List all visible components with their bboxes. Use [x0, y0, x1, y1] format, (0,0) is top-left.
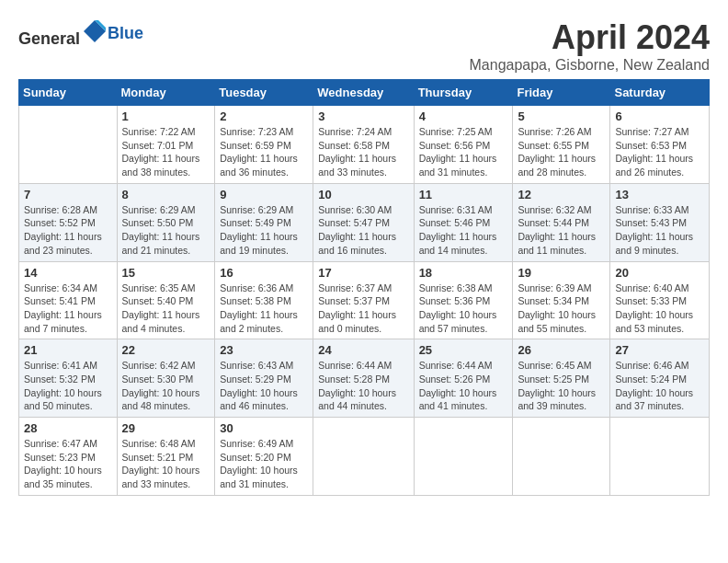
day-info: Sunrise: 6:29 AM Sunset: 5:50 PM Dayligh… — [122, 203, 210, 258]
month-title: April 2024 — [470, 18, 711, 57]
logo-general-text: General — [18, 29, 80, 48]
logo-blue-text: Blue — [108, 24, 143, 42]
day-info: Sunrise: 6:33 AM Sunset: 5:43 PM Dayligh… — [615, 203, 704, 258]
day-header-monday: Monday — [117, 80, 215, 106]
day-info: Sunrise: 6:32 AM Sunset: 5:44 PM Dayligh… — [518, 203, 605, 258]
day-info: Sunrise: 7:27 AM Sunset: 6:53 PM Dayligh… — [615, 125, 704, 179]
calendar-cell: 15Sunrise: 6:35 AM Sunset: 5:40 PM Dayli… — [117, 261, 215, 339]
calendar-table: SundayMondayTuesdayWednesdayThursdayFrid… — [18, 79, 710, 496]
day-number: 28 — [24, 421, 112, 435]
day-info: Sunrise: 6:29 AM Sunset: 5:49 PM Dayligh… — [220, 203, 308, 258]
day-info: Sunrise: 7:22 AM Sunset: 7:01 PM Dayligh… — [122, 125, 210, 179]
svg-marker-0 — [84, 20, 106, 42]
day-number: 1 — [122, 109, 210, 123]
day-number: 24 — [318, 343, 408, 357]
day-number: 10 — [318, 188, 408, 201]
day-number: 18 — [419, 266, 508, 280]
calendar-cell — [610, 418, 710, 496]
day-info: Sunrise: 6:43 AM Sunset: 5:29 PM Dayligh… — [220, 359, 308, 413]
day-info: Sunrise: 6:40 AM Sunset: 5:33 PM Dayligh… — [615, 282, 704, 336]
day-header-tuesday: Tuesday — [215, 80, 313, 106]
calendar-cell: 14Sunrise: 6:34 AM Sunset: 5:41 PM Dayli… — [19, 261, 118, 339]
day-number: 17 — [318, 266, 408, 280]
day-info: Sunrise: 6:46 AM Sunset: 5:24 PM Dayligh… — [615, 359, 704, 413]
day-info: Sunrise: 6:49 AM Sunset: 5:20 PM Dayligh… — [220, 437, 308, 491]
calendar-cell: 28Sunrise: 6:47 AM Sunset: 5:23 PM Dayli… — [19, 418, 118, 496]
day-info: Sunrise: 6:42 AM Sunset: 5:30 PM Dayligh… — [122, 359, 210, 413]
calendar-cell: 22Sunrise: 6:42 AM Sunset: 5:30 PM Dayli… — [117, 339, 215, 418]
title-block: April 2024 Mangapapa, Gisborne, New Zeal… — [470, 18, 711, 74]
day-number: 6 — [615, 109, 704, 123]
week-row-5: 28Sunrise: 6:47 AM Sunset: 5:23 PM Dayli… — [19, 418, 710, 496]
day-number: 2 — [220, 109, 308, 123]
day-info: Sunrise: 6:28 AM Sunset: 5:52 PM Dayligh… — [24, 203, 112, 258]
calendar-cell: 4Sunrise: 7:25 AM Sunset: 6:56 PM Daylig… — [414, 106, 513, 184]
calendar-cell: 20Sunrise: 6:40 AM Sunset: 5:33 PM Dayli… — [610, 261, 710, 339]
day-number: 20 — [615, 266, 704, 280]
day-number: 13 — [615, 188, 704, 201]
day-number: 9 — [220, 188, 308, 201]
calendar-cell: 6Sunrise: 7:27 AM Sunset: 6:53 PM Daylig… — [610, 106, 710, 184]
calendar-cell: 18Sunrise: 6:38 AM Sunset: 5:36 PM Dayli… — [414, 261, 513, 339]
calendar-cell: 10Sunrise: 6:30 AM Sunset: 5:47 PM Dayli… — [313, 183, 414, 261]
day-number: 8 — [122, 188, 210, 201]
day-info: Sunrise: 6:36 AM Sunset: 5:38 PM Dayligh… — [220, 282, 308, 336]
day-header-thursday: Thursday — [414, 80, 513, 106]
calendar-cell: 19Sunrise: 6:39 AM Sunset: 5:34 PM Dayli… — [513, 261, 610, 339]
day-info: Sunrise: 6:31 AM Sunset: 5:46 PM Dayligh… — [419, 203, 508, 258]
day-number: 14 — [24, 266, 112, 280]
calendar-cell: 7Sunrise: 6:28 AM Sunset: 5:52 PM Daylig… — [19, 183, 118, 261]
day-info: Sunrise: 6:44 AM Sunset: 5:28 PM Dayligh… — [318, 359, 408, 413]
day-info: Sunrise: 6:34 AM Sunset: 5:41 PM Dayligh… — [24, 282, 112, 336]
day-number: 15 — [122, 266, 210, 280]
logo: General Blue — [18, 18, 143, 49]
calendar-cell: 23Sunrise: 6:43 AM Sunset: 5:29 PM Dayli… — [215, 339, 313, 418]
header-row: SundayMondayTuesdayWednesdayThursdayFrid… — [19, 80, 710, 106]
day-info: Sunrise: 6:38 AM Sunset: 5:36 PM Dayligh… — [419, 282, 508, 336]
day-info: Sunrise: 7:26 AM Sunset: 6:55 PM Dayligh… — [518, 125, 605, 179]
calendar-cell: 29Sunrise: 6:48 AM Sunset: 5:21 PM Dayli… — [117, 418, 215, 496]
calendar-cell: 27Sunrise: 6:46 AM Sunset: 5:24 PM Dayli… — [610, 339, 710, 418]
week-row-1: 1Sunrise: 7:22 AM Sunset: 7:01 PM Daylig… — [19, 106, 710, 184]
calendar-cell — [513, 418, 610, 496]
day-info: Sunrise: 6:45 AM Sunset: 5:25 PM Dayligh… — [518, 359, 605, 413]
calendar-cell: 3Sunrise: 7:24 AM Sunset: 6:58 PM Daylig… — [313, 106, 414, 184]
day-info: Sunrise: 7:23 AM Sunset: 6:59 PM Dayligh… — [220, 125, 308, 179]
day-info: Sunrise: 7:25 AM Sunset: 6:56 PM Dayligh… — [419, 125, 508, 179]
calendar-cell: 24Sunrise: 6:44 AM Sunset: 5:28 PM Dayli… — [313, 339, 414, 418]
week-row-3: 14Sunrise: 6:34 AM Sunset: 5:41 PM Dayli… — [19, 261, 710, 339]
calendar-cell: 2Sunrise: 7:23 AM Sunset: 6:59 PM Daylig… — [215, 106, 313, 184]
day-info: Sunrise: 7:24 AM Sunset: 6:58 PM Dayligh… — [318, 125, 408, 179]
day-header-friday: Friday — [513, 80, 610, 106]
day-number: 19 — [518, 266, 605, 280]
day-number: 7 — [24, 188, 112, 201]
day-info: Sunrise: 6:39 AM Sunset: 5:34 PM Dayligh… — [518, 282, 605, 336]
day-number: 26 — [518, 343, 605, 357]
day-number: 29 — [122, 421, 210, 435]
location-title: Mangapapa, Gisborne, New Zealand — [470, 57, 711, 74]
calendar-cell: 11Sunrise: 6:31 AM Sunset: 5:46 PM Dayli… — [414, 183, 513, 261]
calendar-cell: 5Sunrise: 7:26 AM Sunset: 6:55 PM Daylig… — [513, 106, 610, 184]
day-info: Sunrise: 6:48 AM Sunset: 5:21 PM Dayligh… — [122, 437, 210, 491]
calendar-cell — [414, 418, 513, 496]
day-info: Sunrise: 6:47 AM Sunset: 5:23 PM Dayligh… — [24, 437, 112, 491]
calendar-cell: 16Sunrise: 6:36 AM Sunset: 5:38 PM Dayli… — [215, 261, 313, 339]
day-number: 23 — [220, 343, 308, 357]
week-row-2: 7Sunrise: 6:28 AM Sunset: 5:52 PM Daylig… — [19, 183, 710, 261]
calendar-cell: 25Sunrise: 6:44 AM Sunset: 5:26 PM Dayli… — [414, 339, 513, 418]
day-info: Sunrise: 6:35 AM Sunset: 5:40 PM Dayligh… — [122, 282, 210, 336]
day-number: 16 — [220, 266, 308, 280]
day-header-saturday: Saturday — [610, 80, 710, 106]
calendar-cell: 13Sunrise: 6:33 AM Sunset: 5:43 PM Dayli… — [610, 183, 710, 261]
day-number: 25 — [419, 343, 508, 357]
day-info: Sunrise: 6:44 AM Sunset: 5:26 PM Dayligh… — [419, 359, 508, 413]
day-number: 12 — [518, 188, 605, 201]
calendar-cell: 9Sunrise: 6:29 AM Sunset: 5:49 PM Daylig… — [215, 183, 313, 261]
day-info: Sunrise: 6:41 AM Sunset: 5:32 PM Dayligh… — [24, 359, 112, 413]
calendar-cell: 30Sunrise: 6:49 AM Sunset: 5:20 PM Dayli… — [215, 418, 313, 496]
day-number: 5 — [518, 109, 605, 123]
calendar-cell — [313, 418, 414, 496]
day-info: Sunrise: 6:37 AM Sunset: 5:37 PM Dayligh… — [318, 282, 408, 336]
day-header-sunday: Sunday — [19, 80, 118, 106]
calendar-cell: 1Sunrise: 7:22 AM Sunset: 7:01 PM Daylig… — [117, 106, 215, 184]
